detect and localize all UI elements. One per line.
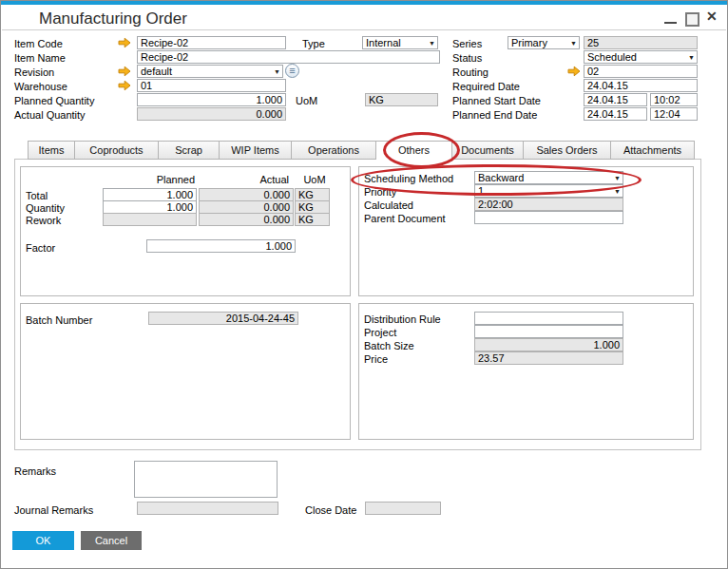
planned-end-time-input[interactable]: 12:04 [650, 107, 698, 121]
item-code-label: Item Code [14, 38, 63, 49]
status-select[interactable]: Scheduled ▼ [584, 50, 698, 64]
tab-strip: Items Coproducts Scrap WIP Items Operati… [28, 141, 695, 161]
type-label: Type [302, 38, 325, 49]
quantity-planned-input[interactable]: 1.000 [103, 200, 197, 214]
tab-attachments[interactable]: Attachments [611, 141, 695, 160]
routing-label: Routing [452, 66, 489, 78]
scheduling-method-label: Scheduling Method [364, 173, 453, 184]
routing-input[interactable]: 02 [584, 65, 698, 78]
uom-field: KG [365, 93, 438, 106]
factor-label: Factor [26, 242, 55, 254]
maximize-icon[interactable] [685, 12, 699, 27]
batch-size-label: Batch Size [364, 340, 414, 351]
series-value: Primary [511, 37, 547, 48]
quantity-uom-field: KG [295, 200, 330, 214]
required-date-input[interactable]: 24.04.15 [584, 79, 698, 92]
planned-end-date-input[interactable]: 24.04.15 [584, 107, 647, 121]
journal-remarks-label: Journal Remarks [14, 504, 93, 516]
rework-uom-field: KG [295, 213, 330, 226]
planned-quantity-label: Planned Quantity [14, 95, 94, 106]
remarks-label: Remarks [14, 465, 56, 477]
parent-document-input[interactable] [474, 211, 623, 224]
revision-value: default [141, 66, 172, 77]
chevron-down-icon: ▼ [570, 40, 577, 47]
tab-operations[interactable]: Operations [292, 141, 376, 160]
project-input[interactable] [474, 325, 623, 338]
status-value: Scheduled [587, 51, 637, 63]
tab-items[interactable]: Items [28, 141, 75, 160]
tab-wip-items[interactable]: WIP Items [220, 141, 292, 160]
revision-label: Revision [14, 66, 54, 78]
planned-column-header: Planned [103, 174, 195, 185]
title-separator [2, 29, 726, 30]
tab-scrap[interactable]: Scrap [159, 141, 220, 160]
rework-planned-field [103, 213, 197, 226]
chevron-down-icon: ▼ [614, 188, 621, 195]
batch-number-label: Batch Number [26, 314, 92, 326]
type-value: Internal [366, 37, 401, 48]
remarks-textarea[interactable] [134, 461, 278, 498]
scheduling-method-select[interactable]: Backward ▼ [474, 171, 623, 184]
planned-start-time-input[interactable]: 10:02 [650, 93, 698, 106]
item-code-input[interactable]: Recipe-02 [137, 36, 286, 49]
quantity-actual-field: 0.000 [199, 200, 294, 214]
link-arrow-icon[interactable] [118, 37, 131, 48]
project-label: Project [364, 327, 396, 338]
actual-quantity-field: 0.000 [137, 107, 286, 121]
distribution-rule-input[interactable] [474, 312, 623, 325]
type-select[interactable]: Internal ▼ [362, 36, 438, 49]
status-label: Status [452, 52, 482, 64]
calculated-field: 2:02:00 [474, 198, 623, 211]
planned-start-date-input[interactable]: 24.04.15 [584, 93, 647, 106]
cancel-button[interactable]: Cancel [81, 531, 142, 550]
rework-actual-field: 0.000 [199, 213, 294, 226]
total-planned-input[interactable]: 1.000 [103, 188, 197, 201]
quantities-panel [20, 166, 351, 296]
rework-row-label: Rework [26, 215, 61, 226]
tab-coproducts[interactable]: Coproducts [75, 141, 159, 160]
item-name-input[interactable]: Recipe-02 [137, 50, 440, 64]
scheduling-method-value: Backward [478, 172, 524, 183]
priority-label: Priority [364, 186, 396, 198]
close-icon[interactable]: ✕ [706, 9, 718, 24]
tab-others[interactable]: Others [376, 141, 452, 161]
total-actual-field: 0.000 [199, 188, 294, 201]
price-label: Price [364, 353, 388, 365]
choose-from-list-icon[interactable]: ≡ [285, 64, 299, 78]
chevron-down-icon: ▼ [614, 175, 621, 181]
required-date-label: Required Date [452, 81, 520, 92]
priority-select[interactable]: 1 ▼ [474, 184, 623, 198]
minimize-icon[interactable] [664, 22, 677, 24]
link-arrow-icon[interactable] [567, 66, 581, 77]
factor-input[interactable]: 1.000 [146, 239, 296, 253]
total-row-label: Total [26, 190, 48, 201]
chevron-down-icon: ▼ [274, 68, 280, 75]
calculated-label: Calculated [364, 199, 413, 211]
revision-select[interactable]: default ▼ [137, 65, 283, 78]
series-select[interactable]: Primary ▼ [508, 36, 580, 49]
link-arrow-icon[interactable] [118, 80, 131, 91]
ok-button[interactable]: OK [12, 531, 74, 550]
item-name-label: Item Name [14, 52, 66, 64]
planned-quantity-input[interactable]: 1.000 [137, 93, 286, 106]
total-uom-field: KG [295, 188, 330, 201]
link-arrow-icon[interactable] [118, 66, 131, 77]
planned-start-date-label: Planned Start Date [452, 95, 541, 106]
quantity-row-label: Quantity [26, 202, 65, 214]
window-accent-strip [1, 1, 727, 5]
warehouse-input[interactable]: 01 [137, 79, 286, 92]
tab-sales-orders[interactable]: Sales Orders [524, 141, 611, 160]
series-number-field: 25 [584, 36, 698, 49]
warehouse-label: Warehouse [14, 81, 67, 92]
planned-end-date-label: Planned End Date [452, 109, 537, 121]
tab-documents[interactable]: Documents [452, 141, 524, 160]
close-date-label: Close Date [305, 504, 356, 516]
uom-column-header: UoM [297, 174, 333, 185]
batch-number-field: 2015-04-24-45 [148, 312, 298, 325]
manufacturing-order-window: Manufacturing Order ✕ Item Code Recipe-0… [0, 0, 728, 569]
actual-quantity-label: Actual Quantity [14, 109, 86, 121]
priority-value: 1 [478, 185, 484, 197]
window-title: Manufacturing Order [39, 9, 187, 28]
journal-remarks-field [137, 502, 278, 515]
price-field: 23.57 [474, 351, 623, 365]
